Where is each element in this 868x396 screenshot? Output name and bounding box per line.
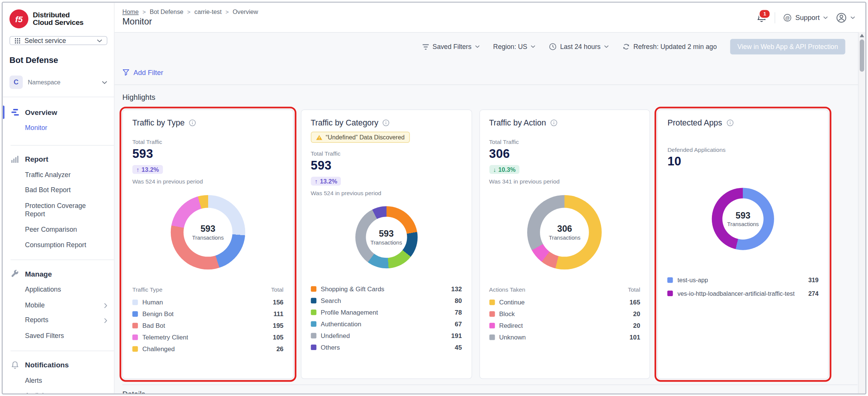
legend-item[interactable]: test-us-app319: [667, 274, 819, 287]
sidebar-item-applications[interactable]: Applications: [3, 282, 114, 298]
region-dropdown[interactable]: Region: US: [493, 43, 536, 51]
bar-chart-icon: [11, 155, 20, 164]
traffic-by-action-donut-chart[interactable]: 306Transactions: [528, 195, 602, 270]
legend-value: 80: [455, 297, 462, 304]
donut-center-value: 593: [201, 224, 215, 234]
arrow-up-icon: ↑: [314, 178, 317, 185]
time-range-dropdown[interactable]: Last 24 hours: [549, 43, 609, 51]
info-icon[interactable]: [382, 119, 390, 127]
saved-filters-dropdown[interactable]: Saved Filters: [422, 43, 480, 51]
sidebar-item-label: Manage: [25, 270, 52, 278]
sidebar-item-notifications[interactable]: Notifications: [3, 356, 114, 373]
undefined-data-warning-badge[interactable]: “Undefined” Data Discovered: [311, 132, 409, 143]
legend-label: Shopping & Gift Cards: [321, 285, 385, 292]
info-icon[interactable]: [726, 119, 734, 127]
select-service-dropdown[interactable]: Select service: [9, 36, 107, 45]
legend-header: Traffic Type: [132, 286, 163, 293]
scrollbar-thumb[interactable]: [860, 40, 864, 72]
scroll-up-arrow[interactable]: [860, 34, 864, 37]
namespace-selector[interactable]: C Namespace: [3, 71, 114, 97]
sidebar-item-traffic-analyzer[interactable]: Traffic Analyzer: [3, 168, 114, 183]
sidebar-item-label: Report: [25, 155, 48, 164]
legend-item[interactable]: Bad Bot195: [132, 320, 284, 331]
sidebar-item-report[interactable]: Report: [3, 151, 114, 168]
support-menu[interactable]: @ Support: [783, 13, 828, 22]
legend-label: Redirect: [499, 322, 523, 329]
chevron-down-icon: [531, 45, 535, 48]
legend-item[interactable]: Challenged26: [132, 343, 284, 355]
account-menu[interactable]: [836, 12, 856, 23]
select-service-label: Select service: [25, 37, 66, 44]
add-filter-label: Add Filter: [133, 69, 163, 76]
app-window: f5 Distributed Cloud Services Select ser…: [2, 2, 866, 394]
legend-label: test-us-app: [678, 277, 708, 283]
legend-label: Continue: [499, 299, 525, 306]
refresh-button[interactable]: Refresh: Updated 2 min ago: [622, 43, 717, 51]
legend-swatch: [489, 311, 495, 316]
sidebar-item-peer-comparison[interactable]: Peer Comparison: [3, 222, 114, 238]
legend-item[interactable]: Search80: [311, 295, 462, 306]
breadcrumb-block: Home > Bot Defense > carrie-test > Overv…: [122, 8, 258, 27]
legend-item[interactable]: Block20: [489, 308, 640, 320]
legend-item[interactable]: Others45: [311, 341, 462, 353]
legend-item[interactable]: ves-io-http-loadbalancer-artificial-traf…: [667, 287, 819, 300]
protected-apps-donut-chart[interactable]: 593Transactions: [712, 188, 774, 250]
legend-item[interactable]: Human156: [132, 296, 284, 308]
sidebar-item-protection-coverage-report[interactable]: Protection Coverage Report: [3, 198, 114, 222]
breadcrumb-overview[interactable]: Overview: [233, 8, 258, 15]
legend-item[interactable]: Redirect20: [489, 320, 640, 331]
legend: Shopping & Gift Cards132 Search80 Profil…: [311, 283, 462, 353]
sidebar-item-mobile[interactable]: Mobile: [3, 298, 114, 313]
add-filter-button[interactable]: Add Filter: [122, 69, 163, 76]
highlights-heading: Highlights: [115, 85, 865, 110]
metric-label: Defended Applications: [667, 146, 819, 153]
traffic-by-category-donut-chart[interactable]: 593Transactions: [355, 206, 417, 268]
legend-item[interactable]: Unknown101: [489, 331, 640, 343]
notifications-bell-button[interactable]: 1: [756, 12, 767, 23]
sidebar-subitem-label: Monitor: [25, 124, 47, 133]
sidebar-item-audit-logs[interactable]: Audit Logs: [3, 388, 114, 393]
legend-item[interactable]: Authentication67: [311, 318, 462, 330]
saved-filters-label: Saved Filters: [432, 43, 471, 51]
legend-label: Block: [499, 310, 515, 317]
legend-swatch: [667, 291, 673, 296]
legend-item[interactable]: Continue165: [489, 296, 640, 308]
legend-item[interactable]: Undefined191: [311, 330, 462, 341]
sidebar-item-bad-bot-report[interactable]: Bad Bot Report: [3, 183, 114, 198]
donut-center-value: 593: [379, 229, 394, 239]
sidebar-item-saved-filters[interactable]: Saved Filters: [3, 329, 114, 344]
sidebar-item-consumption-report[interactable]: Consumption Report: [3, 238, 114, 253]
traffic-by-type-donut-chart[interactable]: 593Transactions: [171, 195, 245, 270]
breadcrumb-bot-defense[interactable]: Bot Defense: [150, 8, 183, 15]
chevron-down-icon: [823, 16, 828, 19]
info-icon[interactable]: [550, 119, 558, 127]
legend-item[interactable]: Shopping & Gift Cards132: [311, 283, 462, 295]
arrow-up-icon: ↑: [136, 166, 139, 173]
sidebar-subitem-label: Audit Logs: [25, 392, 57, 393]
legend-value: 45: [455, 344, 462, 350]
donut-center-value: 306: [557, 224, 572, 234]
vertical-scrollbar[interactable]: [858, 32, 865, 394]
legend-swatch: [311, 298, 316, 303]
sidebar-item-monitor[interactable]: Monitor: [3, 121, 114, 136]
card-traffic-by-type: Traffic by Type Total Traffic 593 ↑13.2%…: [122, 110, 293, 379]
sidebar-subitem-label: Mobile: [25, 301, 44, 310]
legend-swatch: [311, 309, 316, 315]
legend-item[interactable]: Benign Bot111: [132, 308, 284, 320]
product-title: Bot Defense: [3, 45, 114, 64]
info-icon[interactable]: [189, 119, 196, 127]
breadcrumb-namespace[interactable]: carrie-test: [195, 8, 222, 15]
legend-value: 195: [273, 322, 283, 329]
main-content: Home > Bot Defense > carrie-test > Overv…: [115, 3, 865, 393]
sidebar-item-overview[interactable]: Overview: [3, 104, 114, 121]
donut-center-value: 593: [736, 211, 750, 221]
legend-value: 191: [451, 332, 462, 339]
brand-logo: f5 Distributed Cloud Services: [3, 3, 114, 33]
breadcrumb-home[interactable]: Home: [122, 8, 138, 15]
sidebar-item-manage[interactable]: Manage: [3, 266, 114, 282]
sidebar-item-reports[interactable]: Reports: [3, 313, 114, 329]
legend-item[interactable]: Profile Management78: [311, 306, 462, 318]
legend-item[interactable]: Telemetry Client105: [132, 331, 284, 343]
view-in-waap-button[interactable]: View in Web App & API Protection: [730, 39, 845, 54]
sidebar-item-alerts[interactable]: Alerts: [3, 373, 114, 388]
